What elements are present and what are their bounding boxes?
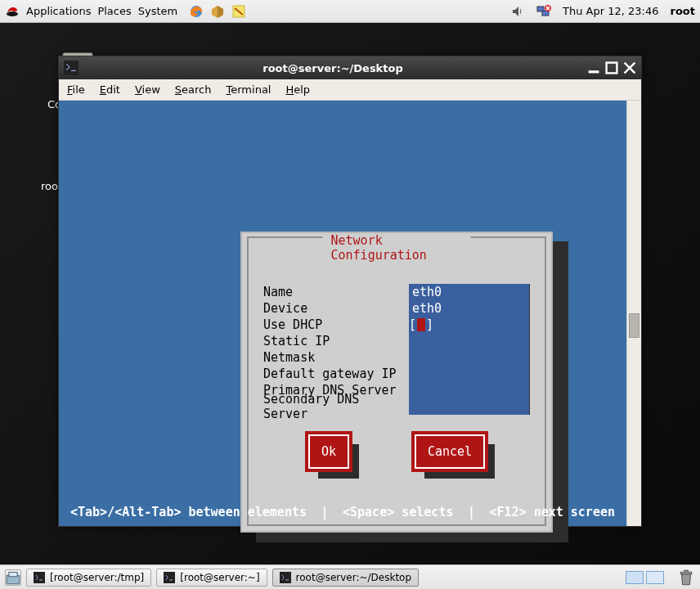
maximize-button[interactable] <box>605 61 618 74</box>
terminal-window: root@server:~/Desktop File Edit View Sea… <box>58 56 642 527</box>
svg-point-0 <box>7 11 18 16</box>
label-use-dhcp: Use DHCP <box>263 317 409 332</box>
desktop-label-root: roo <box>41 180 58 192</box>
workspace-1[interactable] <box>626 571 644 584</box>
minimize-button[interactable] <box>587 61 600 74</box>
task-label: root@server:~/Desktop <box>296 572 411 583</box>
scrollbar-thumb[interactable] <box>629 313 639 338</box>
menu-places[interactable]: Places <box>97 5 131 17</box>
package-icon[interactable] <box>210 4 225 19</box>
svg-rect-17 <box>280 572 291 583</box>
label-secondary-dns: Secondary DNS Server <box>263 392 409 421</box>
menu-applications[interactable]: Applications <box>26 5 91 17</box>
input-device[interactable]: eth0 <box>409 300 530 317</box>
desktop: Co roo ‹ root@server:~/Desktop File Edit… <box>0 23 700 564</box>
svg-rect-15 <box>34 572 45 583</box>
terminal-icon <box>34 572 45 583</box>
hint-tab: <Tab>/<Alt-Tab> between elements <box>70 505 307 519</box>
input-static-ip[interactable] <box>409 333 530 349</box>
checkbox-use-dhcp[interactable]: [] <box>409 317 530 333</box>
task-label: [root@server:/tmp] <box>50 572 144 583</box>
task-root-home[interactable]: [root@server:~] <box>156 569 267 587</box>
task-root-desktop[interactable]: root@server:~/Desktop <box>272 569 419 587</box>
task-label: [root@server:~] <box>180 572 259 583</box>
gnome-top-panel: Applications Places System Thu Apr 12, 2… <box>0 0 700 23</box>
menu-terminal[interactable]: Terminal <box>227 83 271 96</box>
trash-icon[interactable] <box>677 569 695 587</box>
menu-search[interactable]: Search <box>175 83 212 96</box>
label-device: Device <box>263 301 409 316</box>
firefox-icon[interactable] <box>189 4 204 19</box>
terminal-viewport: Network Configuration Name eth0 Device e… <box>59 101 626 526</box>
ok-button[interactable]: Ok <box>308 434 349 469</box>
terminal-menubar: File Edit View Search Terminal Help <box>59 79 641 101</box>
label-netmask: Netmask <box>263 350 409 365</box>
volume-icon[interactable] <box>510 4 525 19</box>
gnome-bottom-panel: [root@server:/tmp] [root@server:~] root@… <box>0 564 700 589</box>
keyboard-hints: <Tab>/<Alt-Tab> between elements | <Spac… <box>70 505 615 519</box>
menu-file[interactable]: File <box>67 83 85 96</box>
dialog-title: Network Configuration <box>323 233 471 263</box>
cancel-button[interactable]: Cancel <box>415 434 485 469</box>
input-name[interactable]: eth0 <box>409 284 530 300</box>
menu-edit[interactable]: Edit <box>100 83 120 96</box>
redhat-icon <box>5 4 20 19</box>
svg-rect-12 <box>607 63 617 74</box>
hint-space: <Space> selects <box>343 505 453 519</box>
input-gateway[interactable] <box>409 366 530 382</box>
label-gateway: Default gateway IP <box>263 366 409 381</box>
close-button[interactable] <box>623 61 636 74</box>
menu-help[interactable]: Help <box>285 83 310 96</box>
menu-system[interactable]: System <box>138 5 177 17</box>
show-desktop-button[interactable] <box>5 569 21 586</box>
svg-rect-14 <box>9 572 17 576</box>
terminal-icon <box>280 572 291 583</box>
input-primary-dns[interactable] <box>409 382 530 398</box>
workspace-switcher[interactable] <box>626 571 664 584</box>
label-static-ip: Static IP <box>263 334 409 348</box>
svg-rect-19 <box>684 570 688 572</box>
svg-rect-10 <box>64 61 79 75</box>
menu-view[interactable]: View <box>135 83 160 96</box>
hint-f12: <F12> next screen <box>489 505 615 519</box>
svg-rect-16 <box>164 572 175 583</box>
label-name: Name <box>263 285 409 299</box>
input-secondary-dns[interactable] <box>409 398 530 415</box>
clock-text[interactable]: Thu Apr 12, 23:46 <box>563 5 658 17</box>
workspace-2[interactable] <box>646 571 664 584</box>
input-netmask[interactable] <box>409 349 530 366</box>
network-disconnected-icon[interactable] <box>536 4 551 19</box>
window-titlebar[interactable]: root@server:~/Desktop <box>59 56 641 79</box>
window-title: root@server:~/Desktop <box>83 62 582 74</box>
user-menu[interactable]: root <box>671 5 696 17</box>
terminal-scrollbar[interactable] <box>626 101 641 526</box>
hint-sep2: | <box>468 505 475 519</box>
notes-icon[interactable] <box>231 4 246 19</box>
hint-sep1: | <box>321 505 328 519</box>
terminal-icon <box>164 572 175 583</box>
terminal-icon <box>64 61 79 75</box>
task-root-tmp[interactable]: [root@server:/tmp] <box>26 569 151 587</box>
network-config-dialog: Network Configuration Name eth0 Device e… <box>240 232 553 533</box>
